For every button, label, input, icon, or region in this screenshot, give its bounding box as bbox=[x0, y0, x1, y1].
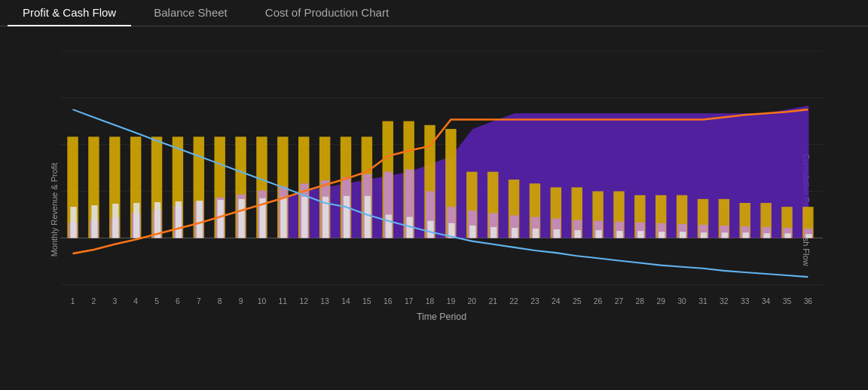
svg-text:34: 34 bbox=[762, 297, 771, 306]
svg-rect-104 bbox=[386, 215, 392, 238]
svg-rect-97 bbox=[238, 199, 244, 238]
svg-text:15: 15 bbox=[362, 297, 371, 306]
svg-text:29: 29 bbox=[656, 297, 665, 306]
x-axis-labels: 1 2 3 4 5 6 7 8 9 10 11 12 13 14 15 16 1 bbox=[71, 297, 813, 322]
svg-rect-115 bbox=[616, 231, 622, 238]
svg-text:11: 11 bbox=[279, 297, 288, 306]
svg-text:32: 32 bbox=[720, 297, 729, 306]
svg-rect-109 bbox=[491, 227, 497, 238]
svg-rect-117 bbox=[659, 232, 665, 238]
svg-text:6: 6 bbox=[176, 297, 180, 306]
svg-rect-120 bbox=[722, 232, 728, 238]
svg-text:16: 16 bbox=[384, 297, 393, 306]
svg-rect-111 bbox=[533, 229, 539, 238]
svg-text:18: 18 bbox=[426, 297, 435, 306]
svg-rect-106 bbox=[427, 221, 433, 238]
svg-rect-114 bbox=[595, 230, 601, 238]
tab-bar: Profit & Cash Flow Balance Sheet Cost of… bbox=[0, 0, 868, 26]
svg-text:28: 28 bbox=[636, 297, 645, 306]
svg-text:7: 7 bbox=[197, 297, 201, 306]
svg-text:30: 30 bbox=[677, 297, 686, 306]
tab-profit-cash-flow[interactable]: Profit & Cash Flow bbox=[8, 0, 131, 26]
svg-text:27: 27 bbox=[615, 297, 624, 306]
svg-text:10: 10 bbox=[258, 297, 267, 306]
svg-rect-91 bbox=[112, 204, 118, 238]
svg-rect-100 bbox=[301, 197, 307, 238]
svg-rect-108 bbox=[469, 226, 475, 238]
svg-rect-99 bbox=[280, 198, 286, 238]
svg-rect-118 bbox=[680, 232, 686, 238]
svg-rect-90 bbox=[91, 205, 97, 238]
svg-text:23: 23 bbox=[530, 297, 539, 306]
svg-text:17: 17 bbox=[405, 297, 414, 306]
chart-area: Monthly Revenue & Profit Cumulative Prof… bbox=[0, 26, 868, 390]
svg-text:31: 31 bbox=[698, 297, 708, 306]
svg-rect-113 bbox=[575, 230, 581, 238]
svg-text:22: 22 bbox=[509, 297, 518, 306]
svg-text:Time Period: Time Period bbox=[417, 312, 466, 322]
svg-text:8: 8 bbox=[218, 297, 222, 306]
svg-text:4: 4 bbox=[133, 297, 138, 306]
svg-rect-95 bbox=[197, 201, 203, 238]
svg-text:21: 21 bbox=[488, 297, 497, 306]
svg-text:35: 35 bbox=[783, 297, 792, 306]
svg-rect-89 bbox=[70, 207, 76, 238]
svg-rect-103 bbox=[365, 196, 371, 238]
y-axis-left-label: Monthly Revenue & Profit bbox=[50, 163, 59, 257]
svg-text:12: 12 bbox=[299, 297, 308, 306]
svg-text:36: 36 bbox=[804, 297, 813, 306]
main-container: Profit & Cash Flow Balance Sheet Cost of… bbox=[0, 0, 868, 390]
svg-text:5: 5 bbox=[154, 297, 159, 306]
chart-wrapper: 0.20 BTC 0.10 BTC 0.00 BTC 2.00 BTC 1.50… bbox=[60, 34, 823, 333]
svg-rect-124 bbox=[805, 234, 811, 238]
svg-text:25: 25 bbox=[573, 297, 582, 306]
svg-rect-112 bbox=[554, 229, 560, 238]
svg-text:1: 1 bbox=[71, 297, 75, 306]
svg-rect-116 bbox=[637, 231, 643, 238]
svg-rect-121 bbox=[743, 232, 749, 238]
svg-rect-96 bbox=[218, 200, 224, 238]
svg-rect-123 bbox=[784, 233, 790, 238]
svg-text:13: 13 bbox=[320, 297, 329, 306]
svg-text:2: 2 bbox=[92, 297, 96, 306]
svg-rect-102 bbox=[344, 196, 350, 238]
tab-cost-production[interactable]: Cost of Production Chart bbox=[250, 0, 404, 26]
svg-rect-119 bbox=[701, 232, 707, 238]
svg-rect-110 bbox=[512, 228, 518, 238]
svg-rect-94 bbox=[176, 201, 182, 238]
svg-text:9: 9 bbox=[239, 297, 243, 306]
main-chart: 0.20 BTC 0.10 BTC 0.00 BTC 2.00 BTC 1.50… bbox=[60, 34, 823, 333]
svg-rect-122 bbox=[764, 233, 770, 238]
svg-text:14: 14 bbox=[341, 297, 350, 306]
svg-text:19: 19 bbox=[447, 297, 456, 306]
svg-text:24: 24 bbox=[552, 297, 561, 306]
tab-balance-sheet[interactable]: Balance Sheet bbox=[139, 0, 243, 26]
svg-text:26: 26 bbox=[594, 297, 603, 306]
svg-text:3: 3 bbox=[112, 297, 117, 306]
svg-text:33: 33 bbox=[741, 297, 750, 306]
svg-text:20: 20 bbox=[468, 297, 477, 306]
svg-rect-92 bbox=[133, 203, 139, 238]
